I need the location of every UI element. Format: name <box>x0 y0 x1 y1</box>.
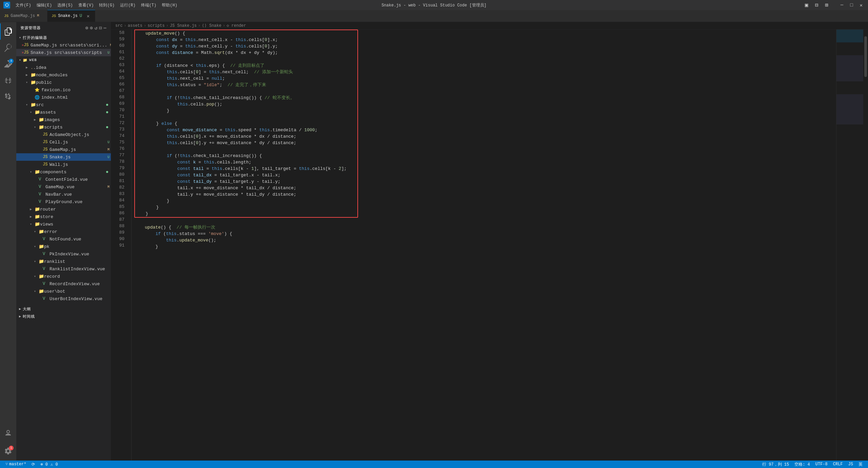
activity-git[interactable]: 4 <box>0 56 16 72</box>
contentfield-file[interactable]: V ContentField.vue <box>16 176 111 183</box>
views-folder[interactable]: ▾ 📁 views <box>16 220 111 228</box>
outline-section[interactable]: ▶ 大纲 <box>16 305 111 313</box>
router-folder[interactable]: ▶ 📁 router <box>16 206 111 213</box>
menu-terminal[interactable]: 终端(T) <box>138 2 159 8</box>
activity-extensions[interactable] <box>0 89 16 105</box>
wall-file[interactable]: JS Wall.js <box>16 161 111 168</box>
scrollbar-thumb[interactable] <box>864 36 867 77</box>
status-feedback[interactable]: 英 <box>856 461 865 468</box>
editor-container: src › assets › scripts › JS Snake.js › ⟨… <box>111 22 868 461</box>
split-icon[interactable]: ⊟ <box>813 2 820 8</box>
refresh-icon[interactable]: ↺ <box>95 25 98 31</box>
scripts-folder[interactable]: ▾ 📁 scripts <box>16 123 111 131</box>
src-folder[interactable]: ▾ 📁 src <box>16 101 111 109</box>
timeline-section[interactable]: ▶ 时间线 <box>16 313 111 320</box>
breadcrumb-render[interactable]: ◇ render <box>226 23 246 28</box>
maximize-button[interactable]: □ <box>848 2 855 8</box>
grid-icon[interactable]: ⊞ <box>823 2 830 8</box>
code-line-68: if (!this.check_tail_increasing()) { // … <box>135 95 357 101</box>
menu-file[interactable]: 文件(F) <box>13 2 34 8</box>
status-branch[interactable]: ⑂ master* <box>3 461 29 468</box>
minimize-button[interactable]: ─ <box>839 2 845 8</box>
chevron-error-icon: ▾ <box>34 230 39 234</box>
close-button[interactable]: ✕ <box>858 2 865 8</box>
status-errors[interactable]: ⊗ 0 ⚠ 0 <box>38 461 60 468</box>
store-folder[interactable]: ▶ 📁 store <box>16 213 111 220</box>
status-position[interactable]: 行 97，列 15 <box>760 461 792 468</box>
open-file-gamemap[interactable]: ✕ JS GameMap.js src\assets\scri... M <box>16 41 111 49</box>
notfound-file[interactable]: V NotFound.vue <box>16 235 111 243</box>
ln-76: 76 <box>111 145 127 152</box>
code-area[interactable]: update_move() { const dx = this.next_cel… <box>132 30 836 461</box>
snake-js-file[interactable]: JS Snake.js U <box>16 153 111 161</box>
components-folder[interactable]: ▾ 📁 components <box>16 168 111 176</box>
code-line-80: const tail_dx = tail_target.x - tail.x; <box>135 172 357 178</box>
activity-account[interactable] <box>0 425 16 442</box>
status-encoding[interactable]: UTF-8 <box>813 461 830 468</box>
activity-explorer[interactable] <box>0 23 16 40</box>
pk-folder[interactable]: ▾ 📁 pk <box>16 243 111 250</box>
activity-settings[interactable]: 1 <box>0 443 16 459</box>
collapse-icon[interactable]: ⊟ <box>99 25 102 31</box>
pkindexview-file[interactable]: V PkIndexView.vue <box>16 250 111 258</box>
breadcrumb-snake-class[interactable]: ⟨⟩ Snake <box>202 23 221 28</box>
new-file-icon[interactable]: ⊕ <box>85 25 88 31</box>
node-modules-folder[interactable]: ▶ 📁 node_modules <box>16 71 111 79</box>
menu-help[interactable]: 帮助(H) <box>159 2 180 8</box>
sidebar-actions[interactable]: ⊕ ⊕ ↺ ⊟ ⋯ <box>85 25 107 31</box>
breadcrumb-assets[interactable]: assets <box>128 23 142 28</box>
cell-file[interactable]: JS Cell.js U <box>16 138 111 146</box>
userbotindex-file[interactable]: V UserBotIndexView.vue <box>16 295 111 303</box>
web-folder-section[interactable]: ▾ 📁 WEB <box>16 56 111 64</box>
sync-icon: ⟳ <box>32 462 35 467</box>
layout-icon[interactable]: ▣ <box>803 2 810 8</box>
recordindex-file[interactable]: V RecordIndexView.vue <box>16 280 111 288</box>
activity-debug[interactable] <box>0 72 16 89</box>
timeline-label: 时间线 <box>23 314 35 319</box>
status-language[interactable]: JS <box>846 461 856 468</box>
idea-folder[interactable]: ▶ . .idea <box>16 64 111 71</box>
menu-edit[interactable]: 编辑(E) <box>34 2 55 8</box>
error-folder[interactable]: ▾ 📁 error <box>16 228 111 235</box>
assets-folder[interactable]: ▾ 📁 assets <box>16 109 111 116</box>
playground-file[interactable]: V PlayGround.vue <box>16 198 111 206</box>
ranklist-folder[interactable]: ▾ 📁 ranklist <box>16 258 111 265</box>
gamemap-js-file[interactable]: JS GameMap.js M <box>16 146 111 153</box>
new-folder-icon[interactable]: ⊕ <box>90 25 93 31</box>
images-folder[interactable]: ▶ 📁 images <box>16 116 111 123</box>
code-line-63: if (distance < this.eps) { // 走到目标点了 <box>135 62 357 69</box>
navbar-file[interactable]: V NavBar.vue <box>16 191 111 198</box>
record-folder[interactable]: ▾ 📁 record <box>16 273 111 280</box>
public-folder[interactable]: ▾ 📁 public <box>16 79 111 86</box>
breadcrumb-src[interactable]: src <box>115 23 123 28</box>
userbot-folder[interactable]: ▾ 📁 user\bot <box>16 288 111 295</box>
menu-bar[interactable]: 文件(F) 编辑(E) 选择(S) 查看(V) 转到(G) 运行(R) 终端(T… <box>13 2 180 8</box>
window-controls[interactable]: ▣ ⊟ ⊞ ─ □ ✕ <box>803 2 865 8</box>
favicon-file[interactable]: ⭐ favicon.ico <box>16 86 111 94</box>
ln-77: 77 <box>111 152 127 158</box>
breadcrumb-scripts[interactable]: scripts <box>147 23 164 28</box>
tab-snake-close[interactable]: ✕ <box>85 13 91 19</box>
ranklistindex-file[interactable]: V RanklistIndexView.vue <box>16 265 111 273</box>
js-file-icon-snake: JS <box>24 50 29 55</box>
menu-run[interactable]: 运行(R) <box>117 2 138 8</box>
open-editors-section[interactable]: ▾ 打开的编辑器 <box>16 34 111 41</box>
status-sync[interactable]: ⟳ <box>29 461 38 468</box>
activity-search[interactable] <box>0 40 16 56</box>
tab-gamemap[interactable]: JS GameMap.js M <box>0 10 47 22</box>
acgameobject-file[interactable]: JS AcGameObject.js <box>16 131 111 138</box>
menu-select[interactable]: 选择(S) <box>55 2 76 8</box>
scrollbar-track[interactable] <box>863 30 868 461</box>
tab-snake[interactable]: JS Snake.js U ✕ <box>47 10 95 22</box>
pkindexview-name: PkIndexView.vue <box>50 252 111 257</box>
menu-goto[interactable]: 转到(G) <box>96 2 117 8</box>
status-lineending[interactable]: CRLF <box>830 461 846 468</box>
index-html-file[interactable]: 🌐 index.html <box>16 94 111 101</box>
more-icon[interactable]: ⋯ <box>104 25 107 31</box>
menu-view[interactable]: 查看(V) <box>76 2 97 8</box>
breadcrumb-snake-js[interactable]: JS Snake.js <box>170 23 197 28</box>
open-file-snake[interactable]: ✕ JS Snake.js src\assets\scripts U <box>16 49 111 56</box>
status-spaces[interactable]: 空格: 4 <box>792 461 813 468</box>
minimap[interactable] <box>836 30 863 461</box>
gamemap-vue-file[interactable]: V GameMap.vue M <box>16 183 111 191</box>
